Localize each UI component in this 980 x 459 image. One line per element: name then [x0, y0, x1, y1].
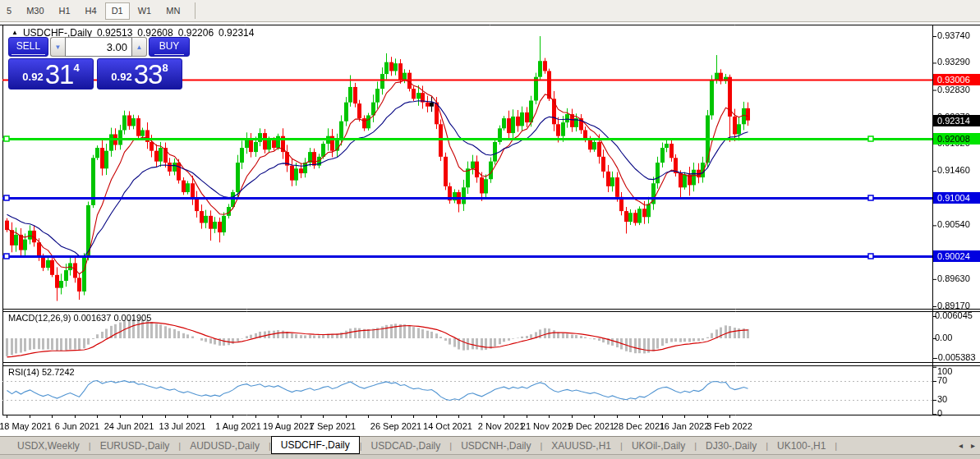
chart-tab-xauusd-h1[interactable]: XAUUSD-,H1 [542, 438, 620, 453]
tab-scroll-arrows: ◂ ▸ [959, 440, 975, 452]
chart-tab-usdx-weekly[interactable]: USDX,Weekly [8, 438, 89, 453]
sell-price-prefix: 0.92 [22, 71, 43, 83]
time-axis-label: 3 Feb 2022 [695, 421, 764, 431]
sell-price-button[interactable]: 0.92 31 4 [8, 58, 94, 90]
price-level-badge: 0.91004 [933, 192, 980, 204]
sell-price-pips: 31 [45, 63, 74, 86]
rsi-indicator-label: RSI(14) 52.7242 [8, 367, 75, 377]
chevron-up-icon: ▲ [136, 44, 143, 51]
price-level-badge: 0.92314 [933, 115, 980, 126]
tab-separator: | [835, 441, 837, 451]
macd-indicator-label: MACD(12,26,9) 0.001637 0.001905 [8, 313, 151, 323]
ohlc-close: 0.92314 [219, 27, 254, 39]
chart-tab-usdcnh-daily[interactable]: USDCNH-,Daily [452, 438, 540, 453]
volume-decrease-button[interactable]: ▼ [50, 37, 65, 57]
volume-stepper: ▼ ▲ [50, 37, 147, 57]
rsi-axis-tick: 0 [937, 408, 942, 418]
price-level-badge: 0.92008 [933, 133, 980, 145]
chart-tab-ukoil-daily[interactable]: UKOil-,Daily [623, 438, 694, 453]
timeframe-button-m30[interactable]: M30 [20, 2, 50, 20]
price-axis-tick: 0.92830 [937, 85, 970, 94]
chart-tab-uk100-h1[interactable]: UK100-,H1 [768, 438, 835, 453]
status-strip [0, 454, 980, 459]
price-axis-tick: 0.93740 [937, 30, 970, 40]
macd-axis-tick: 0.006045 [935, 310, 973, 320]
tab-scroll-left-icon[interactable]: ◂ [959, 440, 963, 452]
buy-button-label: BUY [154, 40, 185, 55]
chart-tab-bar: USDX,Weekly|EURUSD-,Daily|AUDUSD-,Daily|… [0, 436, 980, 454]
timeframe-button-d1[interactable]: D1 [105, 2, 130, 20]
sell-button-label: SELL [12, 40, 45, 55]
buy-price-button[interactable]: 0.92 33 8 [97, 58, 182, 90]
price-axis-tick: 0.90540 [937, 219, 970, 229]
toolbar-separator [195, 2, 196, 19]
buy-price-prefix: 0.92 [111, 71, 131, 83]
rsi-axis-tick: 70 [937, 375, 947, 385]
chart-tab-eurusd-daily[interactable]: EURUSD-,Daily [91, 438, 179, 453]
price-axis-tick: 0.93290 [937, 57, 970, 67]
price-level-badge: 0.93006 [933, 74, 980, 85]
rsi-axis-tick: 30 [937, 394, 947, 404]
timeframe-button-w1[interactable]: W1 [131, 2, 159, 20]
timeframe-toolbar: 5M30H1H4D1W1MN [0, 0, 980, 22]
chart-tab-dj30-daily[interactable]: DJ30-,Daily [697, 438, 766, 453]
timeframe-button-5[interactable]: 5 [0, 2, 18, 20]
macd-axis-tick: 0.00 [935, 333, 952, 342]
sell-price-point: 4 [73, 62, 79, 74]
price-level-badge: 0.90024 [933, 250, 980, 262]
volume-increase-button[interactable]: ▲ [132, 37, 147, 57]
price-axis-tick: 0.89170 [937, 301, 970, 310]
timeframe-button-mn[interactable]: MN [159, 2, 186, 20]
timeframe-button-h4[interactable]: H4 [79, 2, 104, 20]
volume-input[interactable] [65, 37, 132, 57]
time-axis-label: 7 Sep 2021 [298, 421, 367, 431]
chart-tab-usdchf-daily[interactable]: USDCHF-,Daily [271, 436, 360, 454]
buy-price-point: 8 [162, 62, 168, 74]
buy-price-pips: 33 [134, 63, 163, 86]
chart-tab-audusd-daily[interactable]: AUDUSD-,Daily [181, 438, 269, 453]
tab-scroll-right-icon[interactable]: ▸ [971, 440, 975, 452]
price-axis-tick: 0.91460 [937, 165, 970, 175]
sell-button[interactable]: SELL [8, 37, 48, 57]
chart-tab-usdcad-daily[interactable]: USDCAD-,Daily [362, 438, 450, 453]
timeframe-button-h1[interactable]: H1 [53, 2, 77, 20]
price-axis-tick: 0.89630 [937, 273, 970, 283]
chevron-down-icon: ▼ [55, 44, 62, 51]
buy-button[interactable]: BUY [149, 37, 190, 57]
one-click-trading-panel: SELL ▼ ▲ BUY 0.92 31 4 0.92 33 8 [8, 37, 182, 90]
macd-axis-tick: -0.005383 [935, 352, 976, 362]
